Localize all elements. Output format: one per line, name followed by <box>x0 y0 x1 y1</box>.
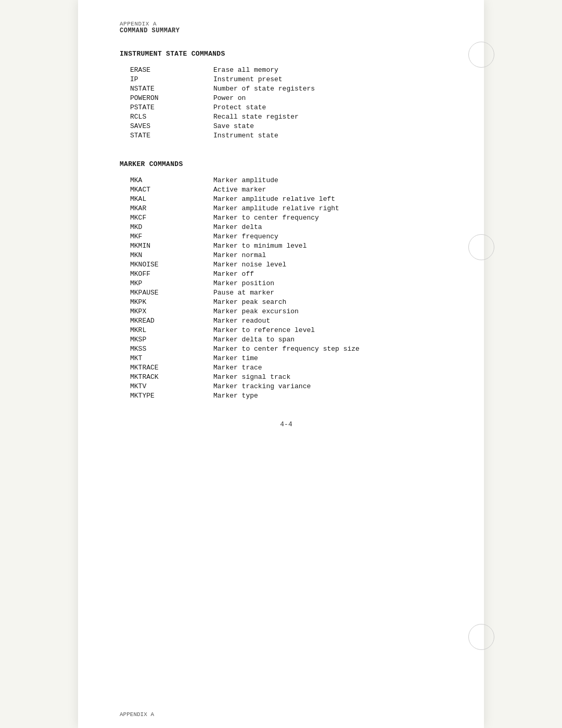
marker-section-title: MARKER COMMANDS <box>120 160 453 168</box>
cmd-desc-mktrace: Marker trace <box>213 364 453 372</box>
cmd-desc-mkact: Active marker <box>213 186 453 194</box>
cmd-desc-mkt: Marker time <box>213 354 453 362</box>
header-title: COMMAND SUMMARY <box>120 27 453 34</box>
cmd-desc-mkcf: Marker to center frequency <box>213 214 453 222</box>
marker-command-table: MKA Marker amplitude MKACT Active marker… <box>130 176 453 400</box>
cmd-desc-mkss: Marker to center frequency step size <box>213 345 453 353</box>
cmd-key-mksp: MKSP <box>130 336 213 343</box>
cmd-key-erase: ERASE <box>130 66 213 74</box>
cmd-desc-mktv: Marker tracking variance <box>213 382 453 390</box>
cmd-key-mktrack: MKTRACK <box>130 373 213 381</box>
decorative-circle-mid <box>468 234 494 260</box>
cmd-key-mkpk: MKPK <box>130 298 213 306</box>
cmd-desc-mkpause: Pause at marker <box>213 289 453 297</box>
cmd-key-saves: SAVES <box>130 122 213 130</box>
cmd-key-mkss: MKSS <box>130 345 213 353</box>
page-header: APPENDIX A COMMAND SUMMARY <box>120 21 453 34</box>
cmd-key-mkar: MKAR <box>130 205 213 212</box>
cmd-key-mknoise: MKNOISE <box>130 261 213 269</box>
cmd-desc-mkd: Marker delta <box>213 223 453 231</box>
cmd-desc-mkf: Marker frequency <box>213 233 453 240</box>
cmd-key-mkpause: MKPAUSE <box>130 289 213 297</box>
cmd-key-mkpx: MKPX <box>130 308 213 315</box>
decorative-circle-bottom <box>468 624 494 650</box>
cmd-key-mkcf: MKCF <box>130 214 213 222</box>
cmd-key-mka: MKA <box>130 176 213 184</box>
cmd-desc-poweron: Power on <box>213 94 453 102</box>
cmd-desc-mktype: Marker type <box>213 392 453 400</box>
cmd-key-mktype: MKTYPE <box>130 392 213 400</box>
cmd-key-rcls: RCLS <box>130 113 213 121</box>
cmd-key-ip: IP <box>130 75 213 83</box>
cmd-key-mkp: MKP <box>130 279 213 287</box>
cmd-desc-mkpk: Marker peak search <box>213 298 453 306</box>
cmd-key-mkread: MKREAD <box>130 317 213 325</box>
cmd-desc-mka: Marker amplitude <box>213 176 453 184</box>
cmd-desc-mknoise: Marker noise level <box>213 261 453 269</box>
cmd-key-mkd: MKD <box>130 223 213 231</box>
cmd-key-mkact: MKACT <box>130 186 213 194</box>
cmd-desc-mkal: Marker amplitude relative left <box>213 195 453 203</box>
cmd-desc-mkn: Marker normal <box>213 251 453 259</box>
cmd-desc-mktrack: Marker signal track <box>213 373 453 381</box>
cmd-desc-mkread: Marker readout <box>213 317 453 325</box>
cmd-desc-ip: Instrument preset <box>213 75 453 83</box>
instrument-state-section: INSTRUMENT STATE COMMANDS ERASE Erase al… <box>120 50 453 139</box>
cmd-desc-mkmin: Marker to minimum level <box>213 242 453 250</box>
cmd-key-mkal: MKAL <box>130 195 213 203</box>
cmd-desc-state: Instrument state <box>213 132 453 139</box>
cmd-desc-mkpx: Marker peak excursion <box>213 308 453 315</box>
cmd-desc-mkp: Marker position <box>213 279 453 287</box>
cmd-key-mktrace: MKTRACE <box>130 364 213 372</box>
cmd-key-nstate: NSTATE <box>130 85 213 93</box>
cmd-key-mkmin: MKMIN <box>130 242 213 250</box>
decorative-circle-top <box>468 42 494 68</box>
cmd-key-mkf: MKF <box>130 233 213 240</box>
header-appendix: APPENDIX A <box>120 21 453 27</box>
cmd-key-mktv: MKTV <box>130 382 213 390</box>
cmd-desc-mkoff: Marker off <box>213 270 453 278</box>
cmd-key-state: STATE <box>130 132 213 139</box>
instrument-command-table: ERASE Erase all memory IP Instrument pre… <box>130 66 453 139</box>
cmd-key-mkn: MKN <box>130 251 213 259</box>
cmd-desc-erase: Erase all memory <box>213 66 453 74</box>
cmd-key-mkt: MKT <box>130 354 213 362</box>
cmd-key-pstate: PSTATE <box>130 104 213 111</box>
cmd-key-poweron: POWERON <box>130 94 213 102</box>
cmd-desc-nstate: Number of state registers <box>213 85 453 93</box>
cmd-desc-mksp: Marker delta to span <box>213 336 453 343</box>
footer-text: APPENDIX A <box>120 711 154 718</box>
page: APPENDIX A COMMAND SUMMARY INSTRUMENT ST… <box>78 0 484 728</box>
cmd-desc-saves: Save state <box>213 122 453 130</box>
cmd-key-mkrl: MKRL <box>130 326 213 334</box>
page-number: 4-4 <box>120 420 453 428</box>
cmd-desc-mkrl: Marker to reference level <box>213 326 453 334</box>
instrument-section-title: INSTRUMENT STATE COMMANDS <box>120 50 453 58</box>
cmd-desc-pstate: Protect state <box>213 104 453 111</box>
cmd-key-mkoff: MKOFF <box>130 270 213 278</box>
cmd-desc-rcls: Recall state register <box>213 113 453 121</box>
marker-commands-section: MARKER COMMANDS MKA Marker amplitude MKA… <box>120 160 453 400</box>
cmd-desc-mkar: Marker amplitude relative right <box>213 205 453 212</box>
